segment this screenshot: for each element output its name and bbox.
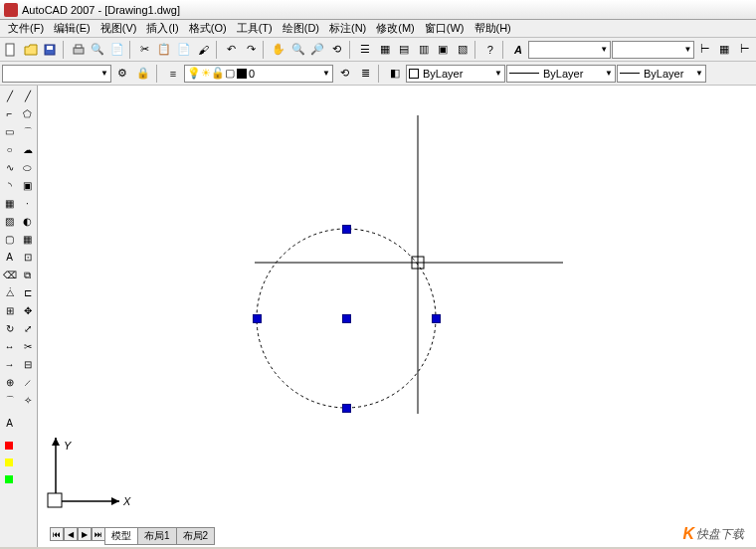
ellipse-arc-icon[interactable]: ◝ bbox=[1, 177, 18, 194]
menu-insert[interactable]: 插入(I) bbox=[142, 20, 182, 37]
modify-icon[interactable]: ⊡ bbox=[19, 249, 36, 266]
green-icon[interactable] bbox=[5, 475, 13, 483]
break-icon[interactable]: ⊟ bbox=[19, 356, 36, 373]
paste-icon[interactable]: 📄 bbox=[175, 40, 194, 60]
tab-prev-icon[interactable]: ◀ bbox=[64, 527, 78, 541]
layer-previous-icon[interactable]: ⟲ bbox=[334, 64, 354, 84]
menu-draw[interactable]: 绘图(D) bbox=[279, 20, 323, 37]
dim-style-dropdown[interactable]: ▼ bbox=[612, 41, 694, 59]
tab-model[interactable]: 模型 bbox=[104, 527, 138, 545]
menu-window[interactable]: 窗口(W) bbox=[421, 20, 469, 37]
workspace-dropdown[interactable]: ▼ bbox=[2, 65, 111, 83]
markup-icon[interactable]: ▣ bbox=[434, 40, 453, 60]
polygon-icon[interactable]: ⬠ bbox=[19, 105, 36, 122]
join-icon[interactable]: ⊕ bbox=[1, 374, 18, 391]
copy-obj-icon[interactable]: ⧉ bbox=[19, 267, 36, 283]
zoom-realtime-icon[interactable]: 🔍 bbox=[289, 40, 308, 60]
revcloud-icon[interactable]: ☁ bbox=[19, 141, 36, 158]
rotate-icon[interactable]: ↻ bbox=[1, 320, 18, 337]
grip-right[interactable] bbox=[432, 314, 441, 323]
color-control-icon[interactable]: ◧ bbox=[385, 64, 405, 84]
lock-toolbar-icon[interactable]: 🔒 bbox=[133, 64, 153, 84]
text-style-dropdown[interactable]: ▼ bbox=[528, 41, 611, 59]
spline-icon[interactable]: ∿ bbox=[1, 159, 18, 176]
plot-preview-icon[interactable]: 🔍 bbox=[89, 40, 107, 60]
save-icon[interactable] bbox=[41, 40, 60, 60]
color-dropdown[interactable]: ByLayer▼ bbox=[406, 65, 505, 83]
copy-icon[interactable]: 📋 bbox=[155, 40, 174, 60]
layer-dropdown[interactable]: 💡☀🔓▢ 0▼ bbox=[184, 65, 333, 83]
workspace-settings-icon[interactable]: ⚙ bbox=[112, 64, 132, 84]
print-icon[interactable] bbox=[69, 40, 88, 60]
line-icon[interactable]: ╱ bbox=[1, 88, 18, 104]
grip-center[interactable] bbox=[342, 314, 351, 323]
zoom-window-icon[interactable]: 🔎 bbox=[308, 40, 327, 60]
chamfer-icon[interactable]: ⟋ bbox=[19, 374, 36, 391]
mtext-icon[interactable]: A bbox=[1, 249, 18, 266]
menu-format[interactable]: 格式(O) bbox=[185, 20, 231, 37]
trim-icon[interactable]: ✂ bbox=[19, 338, 36, 355]
move-icon[interactable]: ✥ bbox=[19, 302, 36, 319]
circle-icon[interactable]: ○ bbox=[1, 141, 18, 158]
red-icon[interactable] bbox=[5, 442, 13, 450]
table-icon[interactable]: ▦ bbox=[715, 40, 734, 60]
make-block-icon[interactable]: ▦ bbox=[1, 195, 18, 212]
new-icon[interactable] bbox=[2, 40, 21, 60]
linetype-dropdown[interactable]: ByLayer▼ bbox=[506, 65, 616, 83]
stretch-icon[interactable]: ↔ bbox=[1, 338, 18, 355]
tab-layout2[interactable]: 布局2 bbox=[176, 527, 216, 545]
point-icon[interactable]: · bbox=[19, 195, 36, 212]
grip-top[interactable] bbox=[342, 225, 351, 234]
cut-icon[interactable]: ✂ bbox=[136, 40, 155, 60]
dim-linear-icon[interactable]: ⊢ bbox=[735, 40, 754, 60]
design-center-icon[interactable]: ▦ bbox=[375, 40, 394, 60]
layer-manager-icon[interactable]: ≡ bbox=[163, 64, 183, 84]
redo-icon[interactable]: ↷ bbox=[242, 40, 261, 60]
menu-dimension[interactable]: 标注(N) bbox=[325, 20, 370, 37]
tab-last-icon[interactable]: ⏭ bbox=[92, 527, 105, 541]
tool-palette-icon[interactable]: ▤ bbox=[395, 40, 414, 60]
drawing-canvas[interactable]: Y X ⏮ ◀ ▶ ⏭ 模型 布局1 布局2 bbox=[38, 86, 756, 547]
polyline-icon[interactable]: ⌐ bbox=[1, 105, 18, 122]
menu-tools[interactable]: 工具(T) bbox=[233, 20, 277, 37]
hatch-icon[interactable]: ▨ bbox=[1, 213, 18, 230]
menu-help[interactable]: 帮助(H) bbox=[471, 20, 515, 37]
menu-modify[interactable]: 修改(M) bbox=[372, 20, 419, 37]
tab-layout1[interactable]: 布局1 bbox=[137, 527, 177, 545]
menu-edit[interactable]: 编辑(E) bbox=[50, 20, 94, 37]
help-icon[interactable]: ? bbox=[481, 40, 500, 60]
menu-view[interactable]: 视图(V) bbox=[96, 20, 141, 37]
grip-bottom[interactable] bbox=[342, 404, 351, 413]
table-icon[interactable]: ▦ bbox=[19, 231, 36, 248]
yellow-icon[interactable] bbox=[5, 458, 13, 466]
open-icon[interactable] bbox=[22, 40, 41, 60]
mirror-icon[interactable]: ⧊ bbox=[1, 284, 18, 301]
pan-icon[interactable]: ✋ bbox=[270, 40, 288, 60]
sheet-set-icon[interactable]: ▥ bbox=[414, 40, 433, 60]
rectangle-icon[interactable]: ▭ bbox=[1, 123, 18, 140]
region-icon[interactable]: ▢ bbox=[1, 231, 18, 248]
calc-icon[interactable]: ▧ bbox=[453, 40, 472, 60]
publish-icon[interactable]: 📄 bbox=[107, 40, 126, 60]
extend-icon[interactable]: → bbox=[1, 356, 18, 373]
properties-icon[interactable]: ☰ bbox=[356, 40, 375, 60]
undo-icon[interactable]: ↶ bbox=[222, 40, 241, 60]
explode-icon[interactable]: ✧ bbox=[19, 392, 36, 409]
text-style-icon[interactable]: A bbox=[509, 40, 528, 60]
dtext-icon[interactable]: A bbox=[1, 415, 18, 432]
tab-first-icon[interactable]: ⏮ bbox=[50, 527, 64, 541]
menu-file[interactable]: 文件(F) bbox=[4, 20, 48, 37]
grip-left[interactable] bbox=[253, 314, 262, 323]
fillet-icon[interactable]: ⌒ bbox=[1, 392, 18, 409]
erase-icon[interactable]: ⌫ bbox=[1, 267, 18, 283]
tab-next-icon[interactable]: ▶ bbox=[78, 527, 92, 541]
arc-icon[interactable]: ⌒ bbox=[19, 123, 36, 140]
dim-icon[interactable]: ⊢ bbox=[695, 40, 714, 60]
match-prop-icon[interactable]: 🖌 bbox=[194, 40, 213, 60]
layer-states-icon[interactable]: ≣ bbox=[355, 64, 375, 84]
insert-block-icon[interactable]: ▣ bbox=[19, 177, 36, 194]
lineweight-dropdown[interactable]: ByLayer▼ bbox=[617, 65, 706, 83]
offset-icon[interactable]: ⊏ bbox=[19, 284, 36, 301]
gradient-icon[interactable]: ◐ bbox=[19, 213, 36, 230]
scale-icon[interactable]: ⤢ bbox=[19, 320, 36, 337]
